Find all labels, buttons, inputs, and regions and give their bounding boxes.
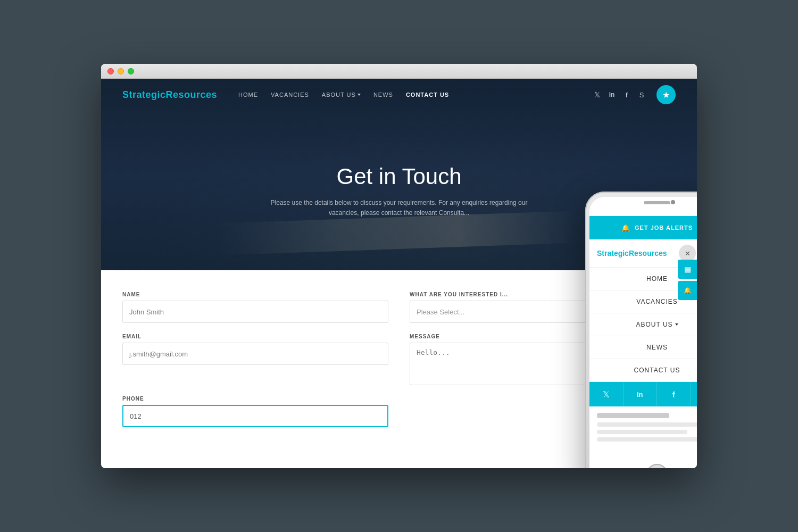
phone-camera (671, 200, 675, 204)
email-label: EMAIL (122, 334, 388, 339)
phone-menu-about[interactable]: ABOUT US (589, 313, 697, 336)
website: StrategicResources HOME VACANCIES ABOUT … (101, 79, 697, 468)
logo-text-accent: Resources (166, 89, 218, 100)
mac-titlebar (101, 64, 697, 79)
phone-menu-contact[interactable]: CONTACT US (589, 359, 697, 382)
hero-subtitle: Please use the details below to discuss … (266, 198, 532, 218)
star-icon: ★ (662, 90, 670, 100)
name-label: NAME (122, 292, 388, 297)
bell-icon: 🔔 (621, 224, 630, 232)
facebook-icon[interactable]: f (622, 91, 631, 99)
text-line-4 (597, 437, 697, 442)
nav-links: HOME VACANCIES ABOUT US NEWS CONTACT US (238, 92, 593, 98)
side-doc-button[interactable]: ▤ (678, 260, 697, 279)
phone-linkedin-icon[interactable]: in (624, 382, 658, 406)
nav-vacancies[interactable]: VACANCIES (271, 92, 309, 98)
email-input[interactable] (122, 343, 388, 365)
nav-news[interactable]: NEWS (373, 92, 393, 98)
chevron-down-icon (675, 323, 678, 326)
text-line-2 (597, 422, 697, 427)
get-job-alerts-label: GET JOB ALERTS (635, 225, 693, 231)
phone-logo-regular: Strategic (597, 249, 629, 257)
phone-logo: StrategicResources (597, 249, 667, 257)
text-line-3 (597, 430, 687, 434)
phone-input[interactable] (122, 405, 388, 427)
phone-facebook-icon[interactable]: f (657, 382, 691, 406)
phone-menu-news[interactable]: NEWS (589, 336, 697, 359)
phone-speaker (644, 201, 670, 204)
nav-contact-us[interactable]: CONTACT US (406, 92, 449, 98)
text-line-1 (597, 413, 669, 418)
phone-logo-accent: Resources (629, 249, 667, 257)
linkedin-icon[interactable]: in (608, 91, 616, 98)
twitter-icon[interactable]: 𝕏 (593, 90, 601, 99)
phone-label: PHONE (122, 396, 388, 402)
logo-text-regular: Strategic (122, 89, 166, 100)
close-button[interactable] (107, 68, 114, 74)
phone-social-bar: 𝕏 in f S (589, 382, 697, 406)
side-bell-button[interactable]: 🔔 (678, 281, 697, 300)
phone-field-group: PHONE (122, 396, 388, 427)
hero-title: Get in Touch (266, 164, 532, 189)
phone-bottom-text (589, 406, 697, 451)
phone-twitter-icon[interactable]: 𝕏 (589, 382, 624, 406)
name-input[interactable] (122, 301, 388, 323)
side-buttons: ▤ 🔔 (678, 260, 697, 300)
phone-inner: 🔔 GET JOB ALERTS StrategicResources ✕ (589, 197, 697, 468)
mac-window: StrategicResources HOME VACANCIES ABOUT … (101, 64, 697, 468)
minimize-button[interactable] (118, 68, 124, 74)
phone-skype-icon[interactable]: S (691, 382, 697, 406)
hero-content: Get in Touch Please use the details belo… (266, 164, 532, 218)
email-field-group: EMAIL (122, 334, 388, 385)
nav-home[interactable]: HOME (238, 92, 258, 98)
star-button[interactable]: ★ (656, 85, 676, 104)
navbar: StrategicResources HOME VACANCIES ABOUT … (101, 79, 697, 111)
nav-about-us[interactable]: ABOUT US (322, 92, 361, 98)
phone-screen: 🔔 GET JOB ALERTS StrategicResources ✕ (589, 216, 697, 454)
maximize-button[interactable] (128, 68, 134, 74)
chevron-down-icon (358, 94, 361, 96)
name-field-group: NAME (122, 292, 388, 323)
close-icon: ✕ (685, 250, 691, 257)
nav-social: 𝕏 in f S ★ (593, 85, 676, 104)
logo: StrategicResources (122, 89, 217, 101)
skype-icon[interactable]: S (637, 91, 646, 99)
phone-mockup: 🔔 GET JOB ALERTS StrategicResources ✕ (585, 192, 697, 468)
get-job-alerts-banner[interactable]: 🔔 GET JOB ALERTS (589, 216, 697, 239)
